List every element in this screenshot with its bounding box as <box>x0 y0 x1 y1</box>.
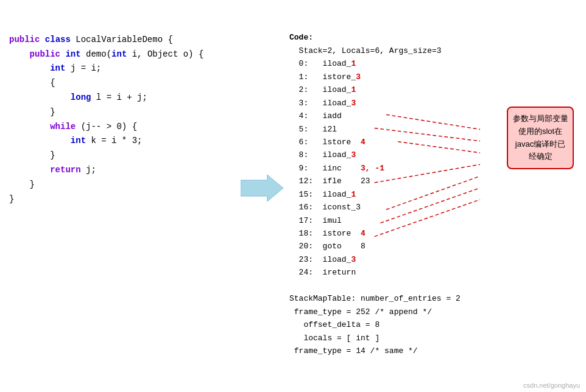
right-arrow-icon <box>241 173 283 203</box>
bytecode-panel: Code: Stack=2, Locals=6, Args_size=3 0: … <box>286 12 580 363</box>
watermark: csdn.net/gonghayu <box>523 382 580 389</box>
bytecode-code: Code: Stack=2, Locals=6, Args_size=3 0: … <box>289 18 577 357</box>
annotation-box: 参数与局部变量使用的slot在javac编译时已经确定 <box>507 107 574 169</box>
svg-marker-0 <box>241 175 283 201</box>
annotation-text: 参数与局部变量使用的slot在javac编译时已经确定 <box>513 114 568 161</box>
arrow-panel <box>238 12 286 363</box>
main-container: public class LocalVariableDemo { public … <box>0 0 586 376</box>
java-source-panel: public class LocalVariableDemo { public … <box>6 12 238 363</box>
java-code: public class LocalVariableDemo { public … <box>9 18 235 221</box>
